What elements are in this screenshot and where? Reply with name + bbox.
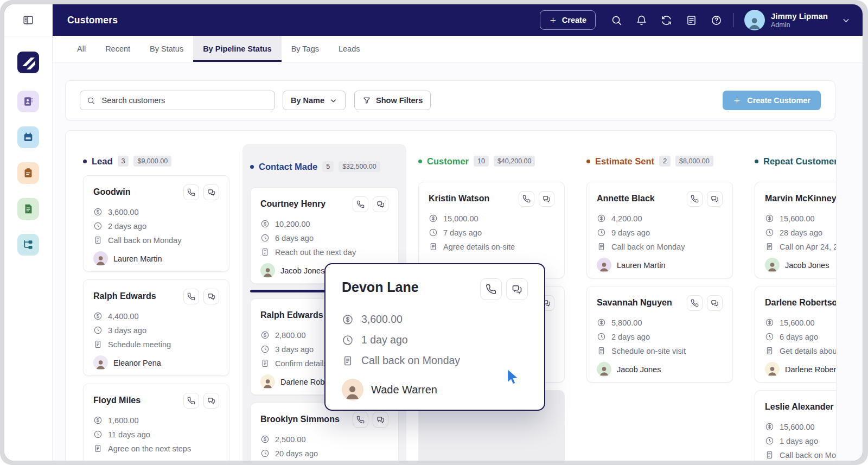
tab-bar: AllRecentBy StatusBy Pipeline StatusBy T…	[52, 36, 863, 62]
card-age: 28 days ago	[765, 228, 837, 237]
tab-by-status[interactable]: By Status	[140, 36, 193, 62]
card-name: Darlene Robertson	[765, 295, 837, 308]
sidebar-item-contacts[interactable]	[17, 91, 39, 112]
card-details: 1,600.0011 days agoAgree on the next ste…	[93, 416, 219, 453]
card-name: Floyd Miles	[93, 393, 141, 405]
note-icon	[765, 242, 774, 251]
tab-recent[interactable]: Recent	[95, 36, 140, 62]
column-header: Repeat Customer	[755, 155, 837, 168]
sidebar-item-tasks[interactable]	[17, 162, 39, 184]
card-header: Courtney Henry	[260, 196, 388, 212]
status-dot-icon	[418, 160, 422, 163]
sync-icon[interactable]	[661, 15, 672, 26]
message-button[interactable]	[707, 295, 723, 311]
phone-icon	[356, 200, 365, 208]
show-filters-button[interactable]: Show Filters	[354, 91, 431, 110]
owner-avatar	[93, 251, 108, 266]
card-owner: Wade Warren	[342, 379, 528, 400]
tab-by-pipeline-status[interactable]: By Pipeline Status	[193, 36, 282, 62]
card-age: 2 days ago	[93, 221, 219, 231]
column-lead: Lead3$9,000.00Goodwin3,600.002 days agoC…	[83, 155, 229, 461]
card-actions	[519, 191, 554, 207]
search-input[interactable]	[101, 95, 269, 105]
card-actions	[353, 196, 388, 212]
card-amount: 15,600.00	[765, 318, 837, 327]
sidebar-item-pipeline[interactable]	[17, 234, 39, 256]
notes-icon[interactable]	[686, 15, 697, 26]
create-button[interactable]: Create	[540, 10, 596, 30]
funnel-icon	[362, 96, 371, 105]
tab-by-tags[interactable]: By Tags	[282, 36, 329, 62]
owner-avatar	[93, 355, 108, 370]
tab-leads[interactable]: Leads	[329, 36, 370, 62]
customer-card-savannah-nguyen[interactable]: Savannah Nguyen5,800.002 days agoSchedul…	[586, 286, 733, 383]
sidebar-toggle-button[interactable]	[4, 4, 52, 36]
message-button[interactable]	[506, 278, 528, 300]
customer-card-marvin-mckinney[interactable]: Marvin McKinney15,600.0028 days agoCall …	[755, 182, 837, 278]
card-name: Courtney Henry	[260, 196, 326, 209]
message-button[interactable]	[707, 191, 723, 207]
customer-card-ralph-edwards[interactable]: Ralph Edwards4,400.003 days agoSchedule …	[83, 279, 229, 376]
customer-card-darlene-robertson[interactable]: Darlene Robertson15,600.006 days agoGet …	[755, 286, 837, 383]
card-note: Call back on Monday	[93, 235, 219, 245]
column-title: Estimate Sent	[595, 156, 654, 167]
owner-name: Eleanor Pena	[113, 359, 161, 367]
message-button[interactable]	[203, 289, 219, 304]
sidebar-item-calendar[interactable]	[17, 126, 39, 148]
message-button[interactable]	[539, 191, 554, 207]
notifications-icon[interactable]	[636, 15, 647, 26]
tab-all[interactable]: All	[67, 36, 95, 62]
call-button[interactable]	[353, 196, 368, 212]
create-customer-button[interactable]: Create Customer	[723, 91, 821, 110]
call-button[interactable]	[480, 278, 502, 300]
card-header: Annette Black	[597, 191, 723, 207]
message-button[interactable]	[373, 412, 388, 428]
customer-card-goodwin[interactable]: Goodwin3,600.002 days agoCall back on Mo…	[83, 175, 229, 272]
card-header: Brooklyn Simmons	[260, 412, 388, 428]
sort-select[interactable]: By Name	[283, 91, 346, 110]
column-header: Contact Made5$32,500.00	[250, 160, 399, 173]
phone-icon	[187, 292, 195, 301]
call-button[interactable]	[183, 289, 199, 304]
call-button[interactable]	[183, 393, 199, 409]
card-age: 9 days ago	[597, 228, 723, 237]
dollar-icon	[93, 207, 103, 216]
customer-card-leslie-alexander[interactable]: Leslie Alexander15,600.001 days agoCall …	[755, 390, 837, 461]
person-icon	[262, 378, 273, 389]
card-note: Reach out the next day	[260, 247, 388, 257]
column-count-badge: 10	[474, 156, 489, 167]
card-actions	[183, 184, 219, 200]
card-header: Darlene Robertson	[765, 295, 837, 311]
card-amount: 3,600.00	[342, 313, 528, 326]
help-icon[interactable]	[711, 15, 722, 26]
message-button[interactable]	[203, 184, 219, 200]
customer-card-floyd-miles[interactable]: Floyd Miles1,600.0011 days agoAgree on t…	[83, 384, 229, 461]
call-button[interactable]	[687, 191, 703, 207]
message-button[interactable]	[373, 196, 388, 212]
dragged-card[interactable]: Devon Lane 3,600.00 1 day ago Call back …	[324, 263, 545, 411]
search-box[interactable]	[80, 91, 275, 110]
brand-logo	[17, 52, 39, 73]
column-header: Customer10$40,200.00	[418, 155, 565, 168]
call-button[interactable]	[353, 412, 368, 428]
search-icon[interactable]	[611, 15, 622, 26]
status-dot-icon	[755, 160, 758, 163]
card-age: 7 days ago	[429, 228, 554, 237]
topbar-icons	[611, 15, 722, 26]
customer-card-brooklyn-simmons[interactable]: Brooklyn Simmons2,500.0020 days ago	[250, 403, 399, 461]
phone-icon	[187, 397, 195, 405]
card-header: Ralph Edwards	[93, 289, 219, 304]
sidebar-item-invoices[interactable]	[17, 198, 39, 220]
card-name: Kristin Watson	[429, 191, 489, 203]
card-header: Savannah Nguyen	[597, 295, 723, 311]
customer-card-annette-black[interactable]: Annette Black4,200.009 days agoCall back…	[586, 182, 733, 278]
call-button[interactable]	[183, 184, 199, 200]
call-button[interactable]	[519, 191, 534, 207]
clock-icon	[260, 233, 270, 243]
clock-icon	[597, 332, 606, 341]
message-button[interactable]	[203, 393, 219, 409]
user-menu[interactable]: Jimmy Lipman Admin	[744, 10, 851, 30]
note-icon	[260, 359, 270, 368]
card-owner: Jacob Jones	[765, 258, 837, 272]
call-button[interactable]	[687, 295, 703, 311]
